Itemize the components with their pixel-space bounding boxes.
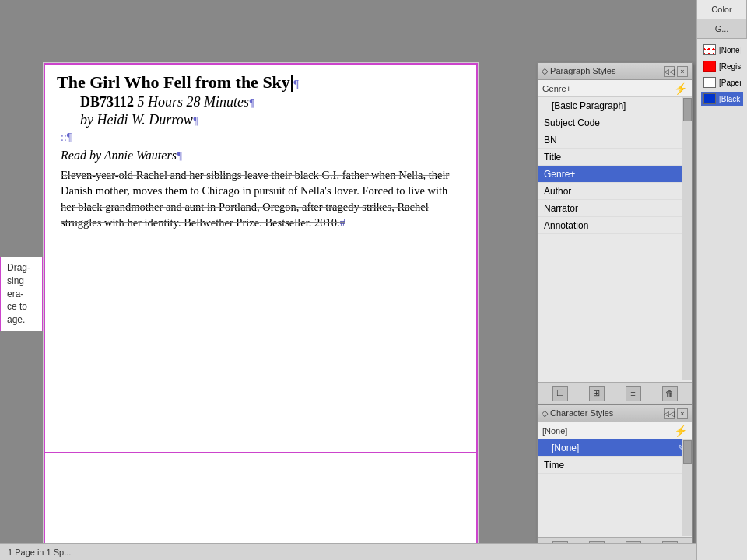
paragraph-styles-panel: ◇ Paragraph Styles ◁◁ × Genre+ ⚡ [Basic … (537, 62, 693, 404)
swatch-label: [Paper] (719, 79, 741, 87)
swatch-label: [Black] (719, 95, 741, 103)
drag-line-4: ce to (7, 300, 36, 313)
title-text: The Girl Who Fell from the Sky (57, 72, 290, 92)
color-swatch-row[interactable]: [Black] (701, 92, 743, 106)
author-text: by Heidi W. Durrow (80, 112, 193, 128)
far-right-panel: Color G... [None][Registr...[Paper][Blac… (696, 0, 747, 560)
paragraph-panel-subtitle: Genre+ ⚡ (538, 80, 692, 97)
dots-line: ::¶ (57, 131, 465, 144)
swatch-label: [None] (719, 46, 741, 54)
body-text: Eleven-year-old Rachel and her siblings … (57, 167, 465, 230)
right-panels: ◇ Paragraph Styles ◁◁ × Genre+ ⚡ [Basic … (537, 62, 696, 560)
paragraph-style-item[interactable]: BN (538, 131, 692, 149)
color-swatch-box (703, 77, 716, 88)
narrator-paragraph-mark: ¶ (177, 150, 182, 162)
paragraph-panel-collapse-btn[interactable]: ◁◁ (664, 66, 675, 77)
character-panel-close-btn[interactable]: × (677, 408, 688, 419)
character-style-item[interactable]: [None]✎ (538, 439, 692, 457)
character-lightning-icon[interactable]: ⚡ (674, 425, 687, 437)
character-panel-collapse-btn[interactable]: ◁◁ (664, 408, 675, 419)
paragraph-style-item[interactable]: [Basic Paragraph] (538, 97, 692, 114)
paragraph-lightning-icon[interactable]: ⚡ (674, 82, 687, 95)
title-paragraph-mark: ¶ (293, 79, 300, 90)
paragraph-panel-controls: ◁◁ × (664, 66, 688, 77)
color-swatch-row[interactable]: [Registr... (701, 59, 743, 73)
color-swatches: [None][Registr...[Paper][Black] (697, 39, 747, 110)
character-panel-controls: ◁◁ × (664, 408, 688, 419)
db-paragraph-mark: ¶ (249, 97, 255, 109)
character-style-item[interactable]: Time (538, 457, 692, 474)
anchor-mark: # (340, 216, 345, 229)
drag-line-2: sing (7, 275, 36, 288)
character-panel-header: ◇ Character Styles ◁◁ × (538, 405, 692, 422)
drag-line-1: Drag- (7, 261, 36, 275)
paragraph-panel-footer: ☐ ⊞ ≡ 🗑 (538, 382, 692, 404)
paragraph-style-item[interactable]: Author (538, 183, 692, 200)
drag-line-3: era- (7, 288, 36, 301)
paragraph-subtitle-text: Genre+ (542, 84, 571, 93)
paragraph-style-list: [Basic Paragraph]Subject CodeBNTitleGenr… (538, 97, 692, 404)
page-inner: The Girl Who Fell from the Sky¶ DB73112 … (44, 63, 478, 559)
color-swatch-box (703, 44, 716, 55)
color-swatch-box (703, 93, 716, 104)
gradient-tab[interactable]: G... (697, 19, 747, 39)
paragraph-list-btn[interactable]: ≡ (626, 386, 641, 401)
character-panel-subtitle: [None] ⚡ (538, 422, 692, 439)
paragraph-style-item[interactable]: Title (538, 149, 692, 166)
narrator-text: Read by Annie Wauters (61, 149, 177, 162)
book-title: The Girl Who Fell from the Sky¶ (57, 72, 465, 93)
character-styles-panel: ◇ Character Styles ◁◁ × [None] ⚡ [None]✎… (537, 404, 693, 560)
character-subtitle-text: [None] (542, 426, 567, 436)
paragraph-panel-close-btn[interactable]: × (677, 66, 688, 77)
status-bar: 1 Page in 1 Sp... (0, 543, 696, 560)
color-swatch-row[interactable]: [Paper] (701, 75, 743, 89)
paragraph-style-item[interactable]: Annotation (538, 217, 692, 234)
dots-text: ::¶ (61, 131, 72, 143)
paragraph-grid-btn[interactable]: ⊞ (589, 386, 605, 401)
swatch-label: [Registr... (719, 62, 741, 71)
paragraph-style-item[interactable]: Genre+ (538, 166, 692, 183)
scrollbar[interactable] (682, 439, 692, 536)
paragraph-style-item[interactable]: Subject Code (538, 114, 692, 131)
drag-line-5: age. (7, 313, 36, 327)
scrollbar[interactable] (682, 97, 692, 380)
paragraph-trash-btn[interactable]: 🗑 (662, 386, 678, 401)
paragraph-panel-title: ◇ Paragraph Styles (542, 66, 615, 76)
character-panel-title: ◇ Character Styles (542, 408, 613, 418)
db-line: DB73112 5 Hours 28 Minutes¶ (57, 94, 465, 110)
status-text: 1 Page in 1 Sp... (8, 548, 71, 557)
author-paragraph-mark: ¶ (193, 115, 198, 127)
narrator-line: Read by Annie Wauters¶ (57, 149, 465, 163)
paragraph-new-btn[interactable]: ☐ (552, 386, 568, 401)
text-cursor (291, 75, 293, 92)
paragraph-style-item[interactable]: Narrator (538, 200, 692, 217)
page-container: The Girl Who Fell from the Sky¶ DB73112 … (43, 62, 479, 560)
body-text-content: Eleven-year-old Rachel and her siblings … (61, 169, 449, 229)
text-frame-main[interactable]: The Girl Who Fell from the Sky¶ DB73112 … (44, 64, 477, 453)
author-line: by Heidi W. Durrow¶ (57, 112, 465, 128)
color-swatch-box (703, 61, 716, 72)
drag-overlay: Drag- sing era- ce to age. (0, 257, 43, 331)
db-number: DB73112 (80, 94, 134, 110)
paragraph-panel-header: ◇ Paragraph Styles ◁◁ × (538, 63, 692, 80)
color-tab[interactable]: Color (697, 0, 747, 19)
duration-text: 5 Hours 28 Minutes (138, 94, 250, 110)
color-swatch-row[interactable]: [None] (701, 43, 743, 57)
